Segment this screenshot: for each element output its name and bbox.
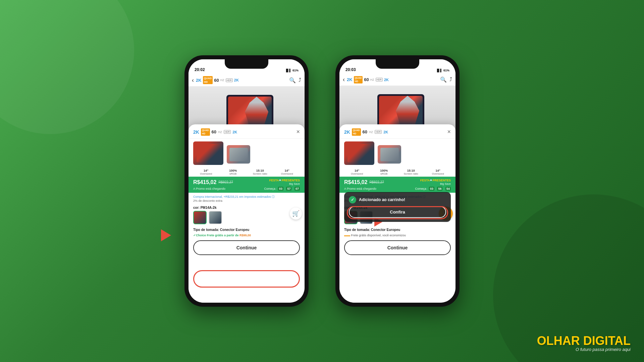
sheet-tag-60-p2: 60 [363, 129, 367, 134]
phone-1-bottom-sheet: 2K QUADHD 60 HZ HDR 2K × [189, 124, 305, 303]
watermark-subtitle: O futuro passa primeiro aqui [537, 347, 631, 352]
countdown-h: 03 [278, 187, 283, 191]
sheet-header-2: 2K QUADHD 60 HZ HDR 2K × [339, 124, 455, 139]
product-tablet-image [226, 95, 273, 128]
tag-60-p2: 60 [364, 77, 369, 82]
color-swatch-primary[interactable] [193, 211, 207, 224]
countdown-sep1-2: : [435, 187, 436, 190]
variant-thumb-secondary-2[interactable] [378, 145, 401, 164]
variant-screen-2 [229, 148, 248, 161]
toast-notification: ✓ Adicionado ao carrinho! Confira [344, 192, 451, 222]
festa-badge-1: FESTA✦PRESENTES Big Save [269, 179, 300, 186]
red-highlight-continue [193, 270, 300, 288]
sheet-tag-2k-p2: 2K [344, 129, 350, 135]
toast-title-text: Adicionado ao carrinho! [359, 197, 405, 202]
phone-2-notch [376, 59, 419, 69]
watermark: OLHAR DIGITAL O futuro passa primeiro aq… [537, 335, 631, 352]
promo-row-1: A Promo está chegando Começa : 03 : 57 :… [193, 187, 300, 191]
continue-button-1[interactable]: Continue [193, 240, 300, 255]
spec-srgb-p2: 100% sRGB [371, 169, 397, 175]
começa-label-2: Começa : [415, 187, 428, 190]
red-arrow-1 [161, 229, 171, 241]
countdown-h-2: 03 [429, 187, 434, 191]
phones-container: 20:02 ▐▌▌ 61% ‹ 2K QUADHD 60 HZ HDR 2K [184, 55, 460, 307]
sheet-header-1: 2K QUADHD 60 HZ HDR 2K × [189, 124, 305, 139]
share-icon-2[interactable]: ⤴ [449, 76, 452, 83]
phone-1-screen: 20:02 ▐▌▌ 61% ‹ 2K QUADHD 60 HZ HDR 2K [189, 59, 305, 303]
variant-thumb-primary-2[interactable] [344, 141, 374, 165]
sheet-tag-quad-p2: QUADHD [352, 128, 361, 136]
tag-2k-p2-2: 2K [384, 78, 389, 82]
sheet-close-button[interactable]: × [296, 128, 300, 135]
sheet-tags: 2K QUADHD 60 HZ HDR 2K [193, 128, 237, 136]
promo-text-1: A Promo está chegando [193, 187, 225, 190]
info-section-1: Compra internacional, +R$233,21 em impos… [189, 193, 305, 204]
watermark-title: OLHAR DIGITAL [537, 335, 631, 347]
free-shipping-2: ▬▬ Frete grátis disponível, você economi… [339, 233, 455, 238]
color-swatch-secondary[interactable] [209, 211, 222, 224]
arrow-indicator-1 [161, 229, 171, 241]
phone-2: 20:03 ▐▌▌ 61% ‹ 2K QUADHD 60 HZ HDR 2K [335, 55, 460, 307]
countdown-s: 07 [294, 187, 300, 191]
free-shipping-text-1: ✓Choice Frete grátis a partir de R$99,00 [193, 234, 300, 237]
share-icon[interactable]: ⤴ [299, 77, 301, 83]
continue-btn-wrap-2: Continue [339, 238, 455, 259]
phone-1: 20:02 ▐▌▌ 61% ‹ 2K QUADHD 60 HZ HDR 2K [184, 55, 309, 307]
connector-section-1: Tipo de tomada: Conector Europeu [189, 226, 305, 233]
cart-float-button-1[interactable]: 🛒 [290, 207, 302, 220]
product-tablet-image-2 [377, 94, 424, 128]
color-section-1: cor: PM14A-2k [189, 204, 305, 226]
continue-button-2[interactable]: Continue [344, 240, 451, 255]
spec-ratio-p2: 15:10 Screen ratio [398, 169, 424, 175]
sheet-tag-hz-p2: HZ [369, 130, 373, 134]
sheet-close-button-2[interactable]: × [447, 128, 451, 135]
confira-button[interactable]: Confira [349, 206, 446, 218]
phone-1-back-button[interactable]: ‹ [192, 77, 194, 84]
começa-label: Começa : [264, 187, 277, 190]
variant-tablet-1-p2 [347, 144, 371, 163]
anime-character [245, 97, 268, 127]
variant-thumb-primary[interactable] [193, 141, 223, 165]
search-icon-2[interactable]: 🔍 [440, 76, 447, 83]
promo-row-2: A Promo está chegando Começa : 03 : 56 :… [344, 187, 451, 191]
price-main-2: R$415,02 [344, 179, 367, 185]
sheet-tags-2: 2K QUADHD 60 HZ HDR 2K [344, 128, 388, 136]
festa-badge-2: FESTA✦PRESENTES Big Save [420, 179, 451, 186]
spec-size-p2: 14" Oversized [344, 169, 370, 175]
countdown-sep1: : [284, 187, 285, 190]
continue-btn-wrap-1: Continue [189, 238, 305, 259]
watermark-part1: OLHAR [537, 334, 580, 348]
price-old-2: R$922,27 [369, 180, 384, 184]
info-text-1: Compra internacional, +R$233,21 em impos… [193, 195, 300, 199]
spec-row-1: 14" Oversized 100% sRGB 15:10 Screen rat… [189, 168, 305, 177]
sheet-tag-quad: QUADHD [201, 128, 210, 136]
phone-2-header-actions: 🔍 ⤴ [440, 76, 452, 83]
connector-label-2: Tipo de tomada: Conector Europeu [344, 228, 400, 232]
spec-ratio: 15:10 Screen ratio [247, 169, 273, 175]
phone-2-status-icons: ▐▌▌ 61% [436, 69, 449, 72]
phone-1-status-icons: ▐▌▌ 61% [285, 69, 299, 72]
phone-2-back-button[interactable]: ‹ [343, 76, 345, 83]
phone-2-time: 20:03 [345, 67, 356, 72]
variant-screen-1-p2 [347, 144, 371, 163]
sheet-tag-hdr: HDR [224, 130, 231, 134]
tag-quadhd-p2: QUADHD [354, 76, 363, 83]
variant-thumb-secondary[interactable] [227, 145, 250, 164]
tag-hz-p2: HZ [370, 78, 374, 81]
sheet-tag-2k2: 2K [232, 130, 237, 134]
battery-icon: 61% [292, 69, 299, 72]
price-section-1: R$415,02 R$922,27 FESTA✦PRESENTES Big Sa… [189, 177, 305, 193]
spec-srgb: 100% sRGB [220, 169, 246, 175]
price-row-2: R$415,02 R$922,27 FESTA✦PRESENTES Big Sa… [344, 179, 451, 186]
search-icon[interactable]: 🔍 [289, 77, 296, 83]
big-save-text-2: Big Save [440, 182, 451, 185]
phone-1-time: 20:02 [195, 67, 205, 72]
toast-check-icon: ✓ [349, 196, 356, 203]
price-section-2: R$415,02 R$922,27 FESTA✦PRESENTES Big Sa… [339, 177, 455, 193]
signal-icon: ▐▌▌ [285, 69, 291, 72]
festa-text-2: FESTA✦PRESENTES [420, 179, 451, 182]
free-shipping-1: ✓Choice Frete grátis a partir de R$99,00 [189, 233, 305, 238]
phone-2-header-tags: 2K QUADHD 60 HZ HDR 2K [347, 76, 438, 83]
price-old-1: R$922,27 [218, 180, 233, 184]
free-ship-bar: ▬▬ [344, 234, 350, 237]
